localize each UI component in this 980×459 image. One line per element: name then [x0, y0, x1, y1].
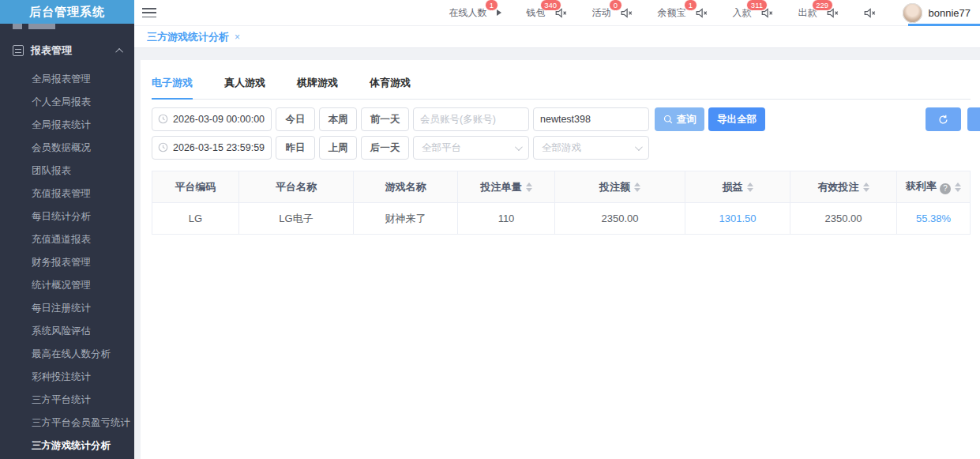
sort-icon[interactable]: [955, 182, 961, 192]
member-account-input[interactable]: [413, 107, 529, 131]
mute-icon[interactable]: [864, 8, 876, 18]
sidebar-item-global-report-stats[interactable]: 全局报表统计: [0, 114, 134, 137]
table-row: LG LG电子 财神来了 110 2350.00 1301.50 2350.00…: [152, 203, 971, 235]
sidebar-group-reports[interactable]: 报表管理: [0, 33, 134, 68]
stat-badge: 1: [684, 0, 697, 11]
col-valid-bet[interactable]: 有效投注: [790, 171, 897, 203]
sidebar-item-lottery-bet-stats[interactable]: 彩种投注统计: [0, 366, 134, 389]
col-platform-code: 平台编码: [152, 171, 239, 203]
mute-icon[interactable]: [621, 8, 633, 18]
col-bet-count[interactable]: 投注单量: [458, 171, 555, 203]
sort-icon[interactable]: [747, 182, 753, 192]
cell-bet-amount: 2350.00: [555, 203, 685, 235]
report-icon: [13, 45, 24, 56]
col-bet-amount[interactable]: 投注额: [555, 171, 685, 203]
sort-icon[interactable]: [634, 182, 640, 192]
mute-icon[interactable]: [696, 8, 708, 18]
stat-withdrawals: 出款229: [798, 6, 839, 20]
sidebar-item-recharge-channel-report[interactable]: 充值通道报表: [0, 228, 134, 251]
main-area: 在线人数1 钱包340 活动0 余额宝1 入款311: [134, 0, 980, 459]
cell-valid-bet: 2350.00: [790, 203, 897, 235]
prev-day-button[interactable]: 前一天: [361, 107, 409, 131]
col-profit-loss[interactable]: 损益: [685, 171, 790, 203]
sidebar-item-system-risk-eval[interactable]: 系统风险评估: [0, 320, 134, 343]
sidebar-menu: 报表管理 全局报表管理 个人全局报表 全局报表统计 会员数据概况 团队报表 充值…: [0, 24, 134, 459]
end-date-field: [152, 136, 272, 160]
sidebar-item-global-report-mgmt[interactable]: 全局报表管理: [0, 68, 134, 91]
content-area: 电子游戏 真人游戏 棋牌游戏 体育游戏 今日 本周 前一天: [134, 48, 980, 459]
keyword-input[interactable]: [533, 107, 649, 131]
sidebar-item-stats-overview-mgmt[interactable]: 统计概况管理: [0, 274, 134, 297]
refresh-icon: [938, 115, 948, 125]
stat-badge: 1: [485, 0, 498, 11]
search-button[interactable]: 查询: [655, 107, 704, 131]
cell-platform-name: LG电子: [239, 203, 354, 235]
sidebar-item-recharge-report-mgmt[interactable]: 充值报表管理: [0, 182, 134, 205]
filter-panel: 今日 本周 前一天 查询 导出全部: [152, 107, 971, 160]
tab-sports-games[interactable]: 体育游戏: [370, 71, 411, 99]
page-tab-thirdparty-game-stats[interactable]: 三方游戏统计分析 ×: [147, 30, 240, 44]
refresh-button[interactable]: [926, 107, 961, 131]
sort-icon[interactable]: [526, 182, 532, 192]
end-date-input[interactable]: [152, 136, 272, 160]
sidebar-item-daily-register-stats[interactable]: 每日注册统计: [0, 297, 134, 320]
chevron-up-icon: [115, 47, 123, 55]
col-profit-rate[interactable]: 获利率?: [897, 171, 971, 203]
stat-label: 在线人数: [449, 7, 487, 18]
stat-badge: 340: [540, 0, 561, 11]
top-header: 在线人数1 钱包340 活动0 余额宝1 入款311: [134, 0, 980, 26]
chevron-down-icon: [515, 143, 523, 151]
game-select[interactable]: 全部游戏: [533, 136, 649, 160]
username: bonnie77: [929, 7, 971, 19]
avatar[interactable]: [903, 3, 922, 23]
sidebar-item-member-data-overview[interactable]: 会员数据概况: [0, 137, 134, 160]
sidebar-item-max-online-analysis[interactable]: 最高在线人数分析: [0, 343, 134, 366]
page-tab-label: 三方游戏统计分析: [147, 30, 229, 44]
sidebar-item-team-report[interactable]: 团队报表: [0, 160, 134, 182]
clipped-menu-item[interactable]: [0, 24, 134, 33]
tab-electronic-games[interactable]: 电子游戏: [152, 71, 193, 99]
sort-icon[interactable]: [863, 182, 869, 192]
stat-badge: 0: [609, 0, 621, 11]
clipped-menu-icon: [13, 24, 22, 29]
sidebar-item-personal-global-report[interactable]: 个人全局报表: [0, 91, 134, 114]
export-all-button[interactable]: 导出全部: [708, 107, 765, 131]
platform-select-value: 全部平台: [422, 141, 461, 155]
start-date-field: [152, 107, 272, 131]
filter-row-2: 昨日 上周 后一天 全部平台 全部游戏: [152, 136, 971, 160]
page-tabs-bar: 三方游戏统计分析 ×: [134, 26, 980, 48]
game-select-value: 全部游戏: [542, 141, 581, 155]
today-button[interactable]: 今日: [276, 107, 315, 131]
yesterday-button[interactable]: 昨日: [276, 136, 315, 160]
game-type-tabs: 电子游戏 真人游戏 棋牌游戏 体育游戏: [152, 71, 971, 100]
stat-yuebao: 余额宝1: [658, 6, 708, 20]
user-menu[interactable]: bonnie77: [903, 3, 971, 23]
clipped-menu-label: [28, 24, 55, 29]
sidebar-item-thirdparty-member-pl-stats[interactable]: 三方平台会员盈亏统计: [0, 412, 134, 435]
col-game-name: 游戏名称: [354, 171, 458, 203]
sidebar-item-daily-stats-analysis[interactable]: 每日统计分析: [0, 205, 134, 228]
cell-profit-loss: 1301.50: [685, 203, 790, 235]
start-date-input[interactable]: [152, 107, 272, 131]
tab-live-games[interactable]: 真人游戏: [224, 71, 265, 99]
tab-board-games[interactable]: 棋牌游戏: [297, 71, 338, 99]
sidebar-item-thirdparty-game-stats[interactable]: 三方游戏统计分析: [0, 435, 134, 457]
stat-label: 余额宝: [658, 7, 686, 18]
close-icon[interactable]: ×: [235, 32, 240, 43]
play-icon[interactable]: [497, 9, 501, 16]
app-window: 后台管理系统 报表管理 全局报表管理 个人全局报表 全局报表统计 会员数据概况 …: [0, 0, 980, 459]
app-logo: 后台管理系统: [0, 0, 134, 24]
clipped-action-button[interactable]: [967, 107, 980, 131]
help-icon[interactable]: ?: [940, 183, 951, 194]
progress-bar: [908, 24, 980, 26]
filter-row-1: 今日 本周 前一天 查询 导出全部: [152, 107, 971, 131]
last-week-button[interactable]: 上周: [319, 136, 357, 160]
platform-select[interactable]: 全部平台: [413, 136, 529, 160]
hamburger-icon[interactable]: [142, 8, 156, 17]
next-day-button[interactable]: 后一天: [361, 136, 409, 160]
this-week-button[interactable]: 本周: [319, 107, 357, 131]
chevron-down-icon: [635, 143, 643, 151]
stat-online-users: 在线人数1: [449, 6, 501, 20]
sidebar-item-finance-report-mgmt[interactable]: 财务报表管理: [0, 251, 134, 274]
sidebar-item-thirdparty-platform-stats[interactable]: 三方平台统计: [0, 389, 134, 412]
